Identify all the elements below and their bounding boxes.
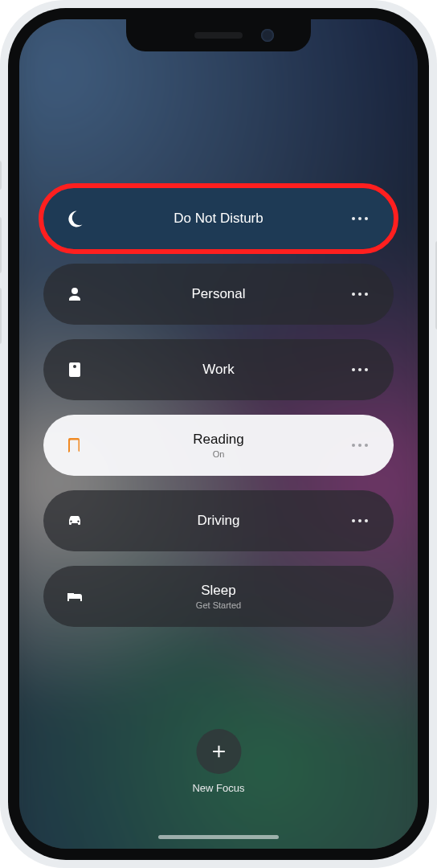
notch [126, 19, 311, 51]
focus-item-label: Do Not Disturb [174, 211, 263, 227]
focus-item-sublabel: On [193, 449, 243, 459]
focus-item-more-button[interactable] [349, 368, 371, 371]
focus-item-label-wrap: Work [202, 362, 234, 378]
focus-item-sleep[interactable]: SleepGet Started [43, 566, 394, 627]
focus-item-more-button[interactable] [349, 519, 371, 522]
device-frame-inner: Do Not DisturbPersonalWorkReadingOnDrivi… [8, 8, 429, 860]
focus-item-label-wrap: Do Not Disturb [174, 211, 263, 227]
focus-mode-list: Do Not DisturbPersonalWorkReadingOnDrivi… [19, 19, 418, 849]
volume-up-button [0, 217, 2, 273]
focus-item-personal[interactable]: Personal [43, 264, 394, 325]
focus-item-reading[interactable]: ReadingOn [43, 415, 394, 476]
front-camera [261, 29, 274, 42]
moon-icon [63, 209, 87, 228]
focus-item-label: Reading [193, 432, 243, 448]
badge-icon [63, 360, 87, 379]
focus-item-label-wrap: Driving [198, 513, 240, 529]
device-frame-outer: Do Not DisturbPersonalWorkReadingOnDrivi… [0, 0, 437, 868]
volume-down-button [0, 288, 2, 344]
new-focus-label: New Focus [192, 782, 244, 794]
focus-item-label: Sleep [196, 583, 241, 599]
home-indicator[interactable] [158, 835, 279, 839]
mute-switch [0, 161, 2, 190]
focus-item-work[interactable]: Work [43, 339, 394, 400]
focus-item-more-button[interactable] [349, 217, 371, 220]
car-icon [63, 511, 87, 530]
focus-item-do-not-disturb[interactable]: Do Not Disturb [43, 188, 394, 249]
focus-item-label: Work [202, 362, 234, 378]
focus-item-more-button[interactable] [349, 293, 371, 296]
bed-icon [63, 587, 87, 606]
new-focus-group: New Focus [192, 729, 244, 794]
plus-icon [210, 743, 227, 760]
new-focus-button[interactable] [196, 729, 241, 774]
speaker-grille [194, 32, 243, 39]
person-icon [63, 285, 87, 304]
screen: Do Not DisturbPersonalWorkReadingOnDrivi… [19, 19, 418, 849]
focus-item-label-wrap: Personal [191, 286, 245, 302]
focus-item-label-wrap: ReadingOn [193, 432, 243, 459]
focus-item-driving[interactable]: Driving [43, 490, 394, 551]
focus-item-label: Driving [198, 513, 240, 529]
focus-item-sublabel: Get Started [196, 600, 241, 610]
focus-item-more-button[interactable] [349, 444, 371, 447]
book-icon [63, 436, 87, 455]
focus-item-label-wrap: SleepGet Started [196, 583, 241, 610]
focus-item-label: Personal [191, 286, 245, 302]
